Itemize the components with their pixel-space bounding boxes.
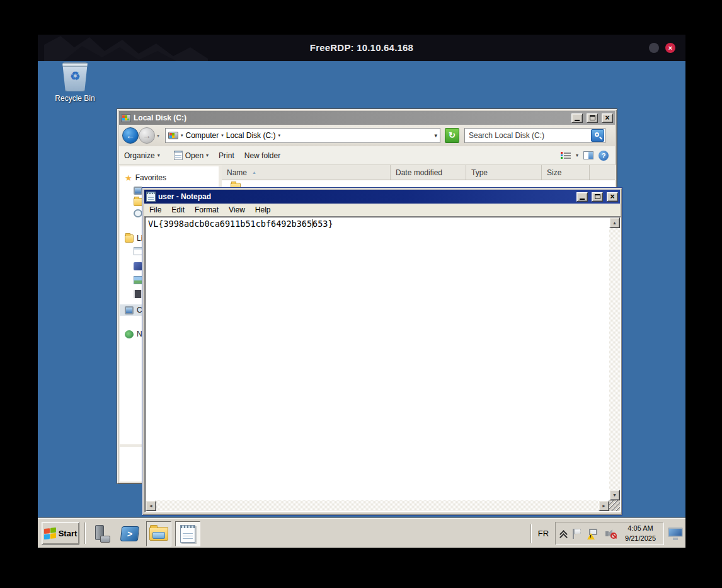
address-dropdown-icon[interactable]: ▾ [434,132,437,139]
help-icon[interactable]: ? [599,151,609,161]
pictures-icon [134,276,142,284]
organize-button[interactable]: Organize ▾ [119,149,165,163]
notepad-close-button[interactable]: × [607,192,618,202]
notepad-maximize-button[interactable] [592,192,603,202]
menu-view[interactable]: View [224,204,250,216]
text-after-caret: 653} [312,219,333,229]
breadcrumb[interactable]: ▾ Computer ▾ Local Disk (C:) ▾ ▾ [165,128,440,143]
notepad-titlebar[interactable]: user - Notepad × [144,190,620,204]
explorer-close-button[interactable]: × [602,113,613,123]
local-disk-icon [121,114,131,122]
server-manager-button[interactable] [89,521,115,546]
freerdp-titlebar[interactable]: FreeRDP: 10.10.64.168 × [38,35,685,61]
explorer-titlebar[interactable]: Local Disk (C:) × [119,111,615,125]
menu-file[interactable]: File [144,204,166,216]
breadcrumb-computer[interactable]: Computer [186,131,219,140]
explorer-taskbar-button[interactable] [146,521,171,546]
column-header-name[interactable]: Name ▲ [222,165,391,180]
horizontal-scrollbar[interactable]: ◄ ► [146,500,609,511]
notepad-window: user - Notepad × File Edit Format View H… [142,187,622,516]
freerdp-title: FreeRDP: 10.10.64.168 [38,42,685,53]
preview-pane-icon[interactable] [583,151,593,159]
powershell-icon: > [120,526,140,541]
arrow-up-icon: ▲ [612,221,617,225]
notification-area: 4:05 AM 9/21/2025 [555,522,664,545]
freerdp-window: FreeRDP: 10.10.64.168 × ♻ Recycle Bin [38,35,685,548]
explorer-minimize-button[interactable] [571,113,583,123]
show-hidden-icons-chevron-icon[interactable] [561,531,566,536]
sort-ascending-icon: ▲ [252,170,256,175]
menu-help[interactable]: Help [250,204,276,216]
notepad-text-area[interactable]: VL{3998adcb0ca6911b51cbf6492b365653} ▲ ▼… [144,216,621,512]
arrow-right-icon: ► [602,504,606,508]
chevron-down-icon: ▾ [206,153,209,158]
powershell-button[interactable]: > [117,521,142,546]
start-button[interactable]: Start [42,522,79,545]
refresh-icon: ↻ [449,130,456,140]
recycle-bin-label: Recycle Bin [47,94,103,103]
remote-desktop[interactable]: ♻ Recycle Bin Local Disk (C:) × [38,61,685,548]
sidebar-item-favorites[interactable]: ★ Favorites [120,172,219,183]
scroll-up-button[interactable]: ▲ [609,217,620,228]
print-button[interactable]: Print [214,149,239,163]
column-header-date-modified[interactable]: Date modified [391,165,466,180]
clock-date: 9/21/2025 [625,534,656,542]
recent-places-icon [134,209,142,217]
volume-muted-icon[interactable] [605,528,617,539]
vertical-scrollbar[interactable]: ▲ ▼ [609,217,620,500]
menu-format[interactable]: Format [190,204,224,216]
new-folder-button[interactable]: New folder [239,149,285,163]
search-input[interactable]: Search Local Disk (C:) [464,128,605,143]
desktop-icon [134,187,142,195]
search-icon [595,132,599,137]
open-button[interactable]: Open ▾ [169,149,214,163]
forward-button[interactable]: → [139,127,155,144]
explorer-command-bar: Organize ▾ Open ▾ Print New folder [119,146,615,165]
clock-time: 4:05 AM [627,524,653,532]
search-button[interactable] [591,129,604,142]
back-button[interactable]: ← [122,127,139,144]
star-icon: ★ [125,174,132,182]
freerdp-minimize-button[interactable] [649,43,659,53]
start-label: Start [59,529,77,538]
back-arrow-icon: ← [126,130,135,141]
breadcrumb-separator-icon: ▾ [221,133,224,138]
freerdp-close-button[interactable]: × [665,43,675,53]
action-center-flag-icon[interactable] [571,528,582,539]
search-placeholder: Search Local Disk (C:) [465,131,591,140]
text-before-caret: VL{3998adcb0ca6911b51cbf6492b365 [148,219,312,229]
network-status-icon[interactable] [587,528,599,539]
maximize-icon [595,194,600,199]
menu-edit[interactable]: Edit [166,204,190,216]
refresh-button[interactable]: ↻ [445,128,459,143]
change-view-icon[interactable] [561,152,571,159]
resize-grip[interactable] [609,500,620,511]
breadcrumb-current[interactable]: Local Disk (C:) [226,131,276,140]
screenshot-stage: FreeRDP: 10.10.64.168 × ♻ Recycle Bin [0,0,722,588]
scroll-left-button[interactable]: ◄ [146,500,156,511]
display-monitor-icon[interactable] [668,527,683,540]
views-dropdown-icon[interactable]: ▾ [576,153,578,158]
notepad-taskbar-button[interactable] [175,521,200,546]
taskbar: Start > [38,518,685,548]
column-header-filler [590,165,615,180]
folder-icon [149,527,168,541]
explorer-maximize-button[interactable] [587,113,598,123]
chevron-down-icon: ▾ [157,133,159,139]
explorer-address-bar: ← → ▾ ▾ Computer ▾ Lo [119,125,615,146]
recent-pages-dropdown[interactable]: ▾ [157,133,159,139]
column-header-size[interactable]: Size [542,165,590,180]
server-manager-icon [94,525,110,543]
column-header-type[interactable]: Type [466,165,542,180]
notepad-minimize-button[interactable] [576,192,588,202]
recycle-bin-desktop-icon[interactable]: ♻ Recycle Bin [47,62,103,103]
libraries-icon [125,234,134,243]
scroll-down-button[interactable]: ▼ [609,490,620,500]
notepad-text: VL{3998adcb0ca6911b51cbf6492b365653} [148,219,333,229]
chevron-down-icon: ▾ [158,153,160,158]
scroll-right-button[interactable]: ► [599,500,609,511]
breadcrumb-separator-icon: ▾ [278,133,280,138]
language-indicator[interactable]: FR [532,529,555,538]
taskbar-clock[interactable]: 4:05 AM 9/21/2025 [622,524,658,544]
close-icon: × [605,114,609,122]
